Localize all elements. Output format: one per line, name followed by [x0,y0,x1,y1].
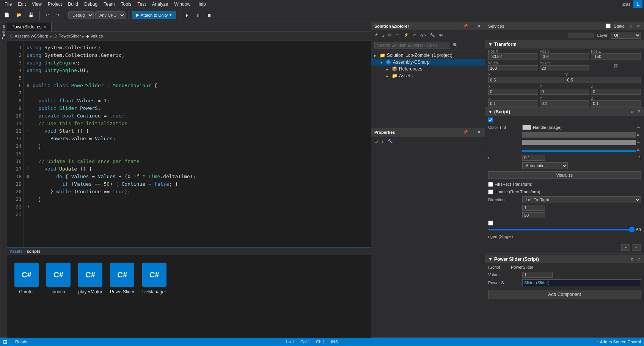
toolbar-undo-btn[interactable]: ↩ [43,11,52,19]
file-cmotor[interactable]: C# Cmotor [14,263,39,330]
se-view-btn[interactable]: </> [418,32,427,38]
se-minimize-btn[interactable]: − [470,23,475,28]
toolbar-new-btn[interactable]: 📄 [2,11,12,19]
toolbar-open-btn[interactable]: 📂 [14,11,24,19]
menu-debug[interactable]: Debug [81,1,101,8]
script-settings-icon[interactable]: ⚙ [629,110,635,114]
visualize-btn[interactable]: Visualize [488,171,641,179]
layer-dropdown[interactable]: UI [611,32,641,39]
piv-z-input[interactable] [591,100,641,106]
se-props-btn[interactable]: 🔧 [428,32,437,38]
prop-sort-btn[interactable]: ↕ [380,138,385,144]
platform-dropdown[interactable]: Any CPU [95,11,126,19]
transition-edit-btn-3[interactable]: ✏ [636,148,641,153]
script-enabled-checkbox[interactable] [488,117,493,122]
menu-window[interactable]: Window [171,1,193,8]
script-section-header[interactable]: ▼ (Script) ⚙ ? [485,108,644,116]
menu-build[interactable]: Build [65,1,81,8]
script-help-icon[interactable]: ? [636,110,641,114]
color-tint-edit-btn[interactable]: ✏ [636,125,641,130]
piv-y-input[interactable] [540,100,590,106]
file-tilemanager[interactable]: C# tileManager [142,263,166,330]
se-pin-btn[interactable]: 📌 [462,23,469,28]
add-handler-btn[interactable]: + [621,244,630,251]
solution-toggle[interactable]: ▸ [374,53,379,58]
fill-rect-checkbox[interactable] [488,182,493,187]
min-value-input[interactable] [522,205,545,211]
se-more-btn[interactable]: ⋯ [394,32,401,38]
toolbar-stop-btn[interactable]: ⏹ [204,12,214,19]
layer-input[interactable] [568,33,594,38]
se-search-input[interactable] [374,42,450,49]
menu-file[interactable]: File [2,1,15,8]
se-home-btn[interactable]: ⌂ [380,32,386,38]
menu-help[interactable]: Help [193,1,209,8]
refs-toggle[interactable]: ▸ [386,67,391,71]
rot-y-input[interactable] [540,89,590,95]
prop-categories-btn[interactable]: ⊞ [373,138,379,144]
pos-x-input[interactable] [488,53,538,59]
max-value-input[interactable] [522,212,545,218]
piv-x-input[interactable] [488,100,538,106]
slider-min-input[interactable] [522,155,545,161]
remove-handler-btn[interactable]: − [632,244,641,251]
height-input[interactable] [540,65,590,71]
debug-mode-dropdown[interactable]: Debug [68,11,94,19]
ps-settings-icon[interactable]: ⚙ [629,257,635,262]
assets-toggle[interactable]: ▸ [386,74,391,78]
whole-numbers-checkbox[interactable] [488,221,493,225]
color-tint-swatch[interactable] [522,125,531,130]
se-preview-btn[interactable]: 👁 [437,32,445,38]
status-source-control[interactable]: ↑ Add to Source Control [597,340,641,344]
project-toggle[interactable]: ▾ [380,60,385,64]
pos-z-input[interactable] [591,53,641,59]
menu-analyze[interactable]: Analyze [149,1,171,8]
attach-to-unity-btn[interactable]: ▶ Attach to Unity ▾ [132,11,176,19]
transition-edit-btn-2[interactable]: ✏ [636,140,641,145]
menu-project[interactable]: Project [45,1,65,8]
se-filter-btn[interactable]: ⚡ [402,32,410,38]
powers-field-value[interactable]: Slider (Slider) [522,279,641,286]
inspector-pin-btn[interactable]: ⊟ [627,23,633,28]
props-minimize-btn[interactable]: − [470,130,475,135]
menu-test[interactable]: Test [135,1,149,8]
menu-edit[interactable]: Edit [15,1,29,8]
se-refresh-btn[interactable]: ↺ [373,32,379,38]
rot-x-input[interactable] [488,89,538,95]
ps-help-icon[interactable]: ? [636,257,641,262]
editor-tab-powerslider[interactable]: PowerSlider.cs ✕ [7,22,52,31]
prop-pages-btn[interactable]: 🔧 [386,138,394,144]
se-close-btn[interactable]: ✕ [476,23,482,28]
handle-rect-checkbox[interactable] [488,189,493,194]
scale-y-input[interactable] [565,77,641,83]
menu-team[interactable]: Team [101,1,118,8]
toolbar-redo-btn[interactable]: ↪ [53,11,62,19]
tab-close-btn[interactable]: ✕ [44,25,47,29]
props-close-btn[interactable]: ✕ [476,130,482,135]
tree-references[interactable]: ▸ 📦 References [371,66,485,72]
file-playermotor[interactable]: C# playerMotor [78,263,102,330]
toolbar-pause-btn[interactable]: ⏸ [193,12,203,19]
add-component-btn[interactable]: Add Component [488,290,641,299]
menu-view[interactable]: View [29,1,45,8]
direction-dropdown[interactable]: Left To Right [522,196,641,203]
toolbar-save-btn[interactable]: 💾 [26,11,36,19]
tree-project[interactable]: ▾ 🔷 Assembly-CSharp [371,59,485,66]
inspector-close-btn[interactable]: ✕ [636,23,641,28]
static-checkbox[interactable] [606,23,611,28]
value-slider[interactable] [488,229,635,230]
toolbox[interactable]: Toolbox [0,22,7,346]
pos-y-input[interactable] [540,53,590,59]
values-field-input[interactable] [522,272,553,278]
toolbar-step-btn[interactable]: ⏵ [182,12,192,19]
power-slider-section-header[interactable]: ▼ Power Slider (Script) ⚙ ? [485,255,644,263]
se-sync-btn[interactable]: ⟳ [411,32,418,38]
menu-tools[interactable]: Tools [118,1,135,8]
transition-edit-btn[interactable]: ✏ [636,133,641,138]
file-launch[interactable]: C# launch [46,263,71,330]
tree-solution[interactable]: ▸ 📁 Solution 'Lob-Zombie' (1 project) [371,52,485,59]
width-input[interactable] [488,65,538,71]
scale-x-input[interactable] [488,77,564,83]
tree-assets[interactable]: ▸ 📁 Assets [371,72,485,79]
automatic-dropdown[interactable]: Automatic [522,162,568,169]
